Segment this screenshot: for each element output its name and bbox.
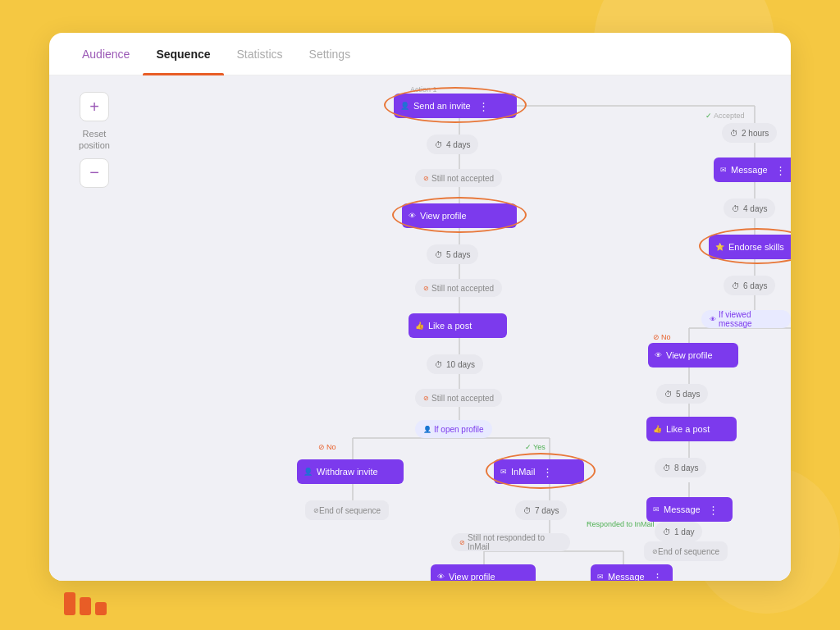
if-open-profile-node: 👤 If open profile — [415, 420, 492, 438]
sidebar: + Resetposition − — [49, 75, 139, 581]
responded-label: Responded to InMail — [587, 520, 655, 528]
delay-4days: ⏱ 4 days — [427, 135, 478, 154]
inmail-node[interactable]: ✉ InMail ⋮ — [494, 459, 584, 484]
accepted-label: ✓ Accepted — [705, 112, 745, 120]
cond-still-not-accepted1: ⊘ Still not accepted — [415, 169, 502, 187]
withdraw-invite-node[interactable]: 👤 Withdraw invite — [297, 459, 404, 484]
view-profile2-node[interactable]: 👁 View profile — [431, 564, 536, 581]
tab-settings[interactable]: Settings — [296, 33, 364, 75]
withdraw-icon: 👤 — [304, 468, 313, 476]
delay-7days1: ⏱ 7 days — [515, 500, 567, 520]
delay-6days: ⏱ 6 days — [724, 276, 775, 295]
cond-not-responded1: ⊘ Still not responded to InMail — [451, 533, 570, 551]
action1-label: Action 1 — [410, 85, 437, 94]
zoom-in-button[interactable]: + — [80, 92, 109, 121]
delay-8days: ⏱ 8 days — [655, 458, 706, 477]
endorse-skills-node[interactable]: ⭐ Endorse skills — [709, 235, 791, 259]
logo-bar2 — [80, 597, 91, 615]
view-profile3-node[interactable]: 👁 View profile — [648, 343, 738, 368]
tab-audience[interactable]: Audience — [69, 33, 143, 75]
logo — [64, 592, 107, 615]
tab-bar: Audience Sequence Statistics Settings — [49, 33, 791, 75]
yes-label-right: ✓ Yes — [525, 443, 546, 451]
if-viewed-message-node: 👁 If viewed message — [701, 310, 791, 328]
clock-icon8: ⏱ — [664, 390, 673, 399]
like-post1-node[interactable]: 👍 Like a post — [409, 313, 507, 338]
clock-icon: ⏱ — [435, 140, 443, 149]
msg-icon2: ✉ — [720, 166, 727, 174]
clock-icon4: ⏱ — [523, 506, 532, 515]
star-icon: ⭐ — [715, 243, 724, 251]
message1-menu[interactable]: ⋮ — [652, 571, 663, 582]
inmail-icon: ✉ — [500, 468, 507, 476]
delay-4days2: ⏱ 4 days — [724, 199, 775, 218]
msg-icon5: ✉ — [653, 505, 660, 514]
view-icon3: 👁 — [655, 351, 662, 359]
msg-icon1: ✉ — [597, 573, 604, 581]
delay-10days: ⏱ 10 days — [427, 354, 483, 374]
message-left-node[interactable]: ✉ Message ⋮ — [646, 497, 733, 522]
send-invite-menu[interactable]: ⋮ — [478, 100, 489, 112]
message2-node[interactable]: ✉ Message ⋮ — [714, 158, 791, 182]
view-icon: 👁 — [409, 212, 416, 220]
no-label2: ⊘ No — [653, 333, 671, 341]
cond-still-not-accepted3: ⊘ Still not accepted — [415, 389, 502, 407]
inmail-menu[interactable]: ⋮ — [542, 466, 553, 478]
view-icon2: 👁 — [437, 573, 445, 581]
reset-position-label[interactable]: Resetposition — [79, 128, 110, 152]
logo-bar3 — [95, 602, 107, 615]
clock-icon5: ⏱ — [730, 129, 738, 138]
delay-5days1: ⏱ 5 days — [427, 244, 478, 264]
clock-icon11: ⏱ — [663, 527, 671, 536]
message-left-menu[interactable]: ⋮ — [708, 504, 719, 516]
clock-icon3: ⏱ — [435, 360, 443, 369]
logo-bar1 — [64, 592, 75, 615]
message2-menu[interactable]: ⋮ — [775, 164, 786, 176]
person-icon: 👤 — [400, 102, 409, 110]
tab-statistics[interactable]: Statistics — [224, 33, 296, 75]
delay-2hours: ⏱ 2 hours — [722, 123, 777, 143]
like-post2-node[interactable]: 👍 Like a post — [646, 417, 737, 441]
clock-icon7: ⏱ — [732, 281, 740, 290]
zoom-out-button[interactable]: − — [80, 158, 109, 188]
delay-1day: ⏱ 1 day — [655, 522, 702, 541]
clock-icon10: ⏱ — [663, 463, 671, 472]
view-profile1-node[interactable]: 👁 View profile — [402, 203, 517, 228]
thumb-icon: 👍 — [415, 322, 424, 330]
clock-icon6: ⏱ — [732, 204, 740, 213]
end-sequence4-node: ⊘ End of sequence — [644, 541, 728, 561]
clock-icon2: ⏱ — [435, 250, 443, 259]
message1-node[interactable]: ✉ Message ⋮ — [591, 564, 673, 581]
cond-still-not-accepted2: ⊘ Still not accepted — [415, 279, 502, 297]
end-sequence1-node: ⊘ End of sequence — [305, 500, 389, 520]
no-label-left: ⊘ No — [318, 443, 336, 451]
send-invite-node[interactable]: 👤 Send an invite ⋮ — [394, 94, 517, 118]
thumb-icon2: 👍 — [653, 425, 662, 433]
flow-canvas: Action 1 👤 Send an invite ⋮ ⏱ 4 days ⊘ S… — [139, 75, 791, 581]
delay-5days2: ⏱ 5 days — [656, 384, 708, 404]
tab-sequence[interactable]: Sequence — [143, 33, 223, 75]
